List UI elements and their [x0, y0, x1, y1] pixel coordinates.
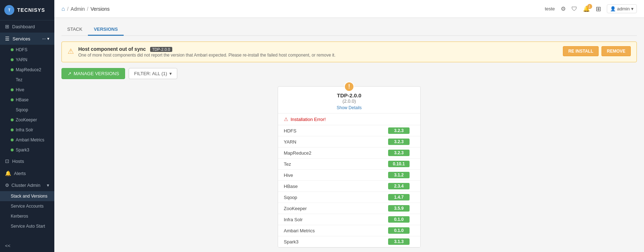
version-badge: 0.1.0: [388, 227, 410, 234]
breadcrumb-admin[interactable]: Admin: [71, 6, 85, 12]
filter-button[interactable]: FILTER: ALL (1) ▾: [129, 68, 177, 79]
component-name: HDFS: [278, 125, 377, 136]
admin-dropdown[interactable]: 👤 admin ▾: [607, 4, 637, 13]
tab-versions[interactable]: VERSIONS: [88, 24, 123, 36]
alert-content: Host component out of sync TDP-2.0.0 One…: [78, 46, 559, 58]
error-icon: ⚠: [284, 116, 288, 122]
dashboard-icon: ⊞: [5, 24, 9, 29]
bell-icon[interactable]: 🔔 1: [583, 5, 590, 12]
status-dot: [11, 88, 14, 91]
component-version: 3.5.9: [377, 203, 420, 214]
manage-versions-button[interactable]: ↗ MANAGE VERSIONS: [61, 68, 125, 79]
component-version: 0.1.0: [377, 225, 420, 236]
table-row: HBase2.3.4: [278, 181, 420, 192]
sidebar-item-ambari-metrics[interactable]: Ambari Metrics: [0, 135, 54, 145]
services-more-icon[interactable]: ···: [42, 36, 46, 41]
component-name: Infra Solr: [278, 214, 377, 225]
component-name: Tez: [278, 159, 377, 170]
version-badge: 3.1.3: [388, 238, 410, 245]
sidebar-item-mapreduce2[interactable]: MapReduce2: [0, 65, 54, 75]
sidebar-item-infra-solr[interactable]: Infra Solr: [0, 125, 54, 135]
tabs: STACK VERSIONS: [61, 18, 637, 36]
table-row: Tez0.10.1: [278, 159, 420, 170]
brand-logo: T: [4, 5, 14, 15]
component-version: 0.10.1: [377, 159, 420, 170]
sidebar-item-kerberos[interactable]: Kerberos: [0, 211, 54, 221]
dashboard-label: Dashboard: [12, 24, 35, 29]
bell-badge: 1: [587, 4, 592, 9]
component-name: Sqoop: [278, 192, 377, 203]
sidebar-collapse-btn[interactable]: <<: [0, 239, 54, 252]
sidebar-item-hbase[interactable]: HBase: [0, 95, 54, 105]
sidebar-item-cluster-admin[interactable]: ⚙ Cluster Admin ▾: [0, 179, 54, 191]
dropdown-arrow: ▾: [631, 6, 634, 11]
sidebar-item-alerts[interactable]: 🔔 Alerts: [0, 167, 54, 179]
status-dot: [11, 58, 14, 61]
alert-actions: RE INSTALL REMOVE: [563, 46, 631, 56]
warning-badge: !: [344, 82, 354, 92]
service-label: HDFS: [16, 47, 28, 52]
status-dot: [11, 98, 14, 101]
services-expand-icon[interactable]: ▾: [47, 36, 49, 41]
sidebar-item-tez[interactable]: Tez: [0, 75, 54, 85]
home-icon[interactable]: ⌂: [61, 6, 65, 12]
table-row: MapReduce23.2.3: [278, 147, 420, 159]
sidebar-item-hosts[interactable]: ⊡ Hosts: [0, 155, 54, 167]
sidebar-item-hdfs[interactable]: HDFS: [0, 45, 54, 55]
grid-icon[interactable]: ⊞: [596, 5, 601, 13]
sidebar-item-stack-versions[interactable]: Stack and Versions: [0, 191, 54, 201]
version-badge: 3.2.3: [388, 150, 410, 156]
reinstall-button[interactable]: RE INSTALL: [563, 46, 599, 56]
sidebar-item-dashboard[interactable]: ⊞ Dashboard: [0, 20, 54, 33]
version-badge: 3.5.9: [388, 205, 410, 212]
warning-icon: !: [348, 83, 350, 90]
sidebar-item-services[interactable]: ☰ Services ··· ▾: [0, 33, 54, 45]
shield-icon[interactable]: 🛡: [571, 6, 577, 12]
manage-label: MANAGE VERSIONS: [74, 71, 119, 76]
sidebar-item-sqoop[interactable]: Sqoop: [0, 105, 54, 115]
component-name: MapReduce2: [278, 147, 377, 159]
component-name: Ambari Metrics: [278, 225, 377, 236]
show-details-link[interactable]: Show Details: [284, 105, 415, 110]
sidebar-item-spark3[interactable]: Spark3: [0, 145, 54, 155]
brand-name: TECNISYS: [17, 7, 45, 13]
alert-tag: TDP-2.0.0: [150, 47, 172, 52]
service-label: YARN: [16, 57, 27, 62]
filter-label: FILTER: ALL (1): [134, 71, 167, 76]
sidebar-item-yarn[interactable]: YARN: [0, 55, 54, 65]
hosts-label: Hosts: [12, 159, 24, 164]
sidebar-item-service-accounts[interactable]: Service Accounts: [0, 201, 54, 211]
tab-stack[interactable]: STACK: [61, 24, 88, 36]
version-badge: 1.4.7: [388, 194, 410, 200]
sidebar-item-service-auto-start[interactable]: Service Auto Start: [0, 221, 54, 231]
breadcrumb-versions: Versions: [90, 6, 110, 12]
version-badge: 3.1.2: [388, 172, 410, 178]
service-list: HDFSYARNMapReduce2TezHiveHBaseSqoopZooKe…: [0, 45, 54, 155]
version-badge: 3.2.3: [388, 139, 410, 145]
status-dot: [11, 129, 14, 131]
services-icon: ☰: [5, 36, 10, 42]
component-table: HDFS3.2.3YARN3.2.3MapReduce23.2.3Tez0.10…: [278, 125, 420, 247]
service-label: Infra Solr: [16, 127, 33, 132]
kerberos-label: Kerberos: [11, 214, 28, 219]
component-version: 3.1.3: [377, 236, 420, 247]
hosts-icon: ⊡: [5, 158, 9, 164]
component-name: HBase: [278, 181, 377, 192]
page-content: STACK VERSIONS ⚠ Host component out of s…: [54, 18, 644, 252]
status-dot: [11, 118, 14, 121]
sidebar-item-hive[interactable]: Hive: [0, 85, 54, 95]
sidebar-item-zookeeper[interactable]: ZooKeeper: [0, 115, 54, 125]
topbar-username: teste: [545, 6, 555, 11]
remove-button[interactable]: REMOVE: [601, 46, 631, 56]
service-accounts-label: Service Accounts: [11, 204, 44, 209]
component-version: 3.2.3: [377, 136, 420, 147]
status-dot: [11, 48, 14, 51]
version-badge: 0.10.1: [388, 161, 410, 167]
stack-versions-label: Stack and Versions: [11, 194, 48, 199]
settings-icon[interactable]: ⚙: [561, 5, 566, 12]
table-row: HDFS3.2.3: [278, 125, 420, 136]
table-row: YARN3.2.3: [278, 136, 420, 147]
install-error: ⚠ Installation Error!: [278, 113, 420, 125]
alert-banner: ⚠ Host component out of sync TDP-2.0.0 O…: [61, 42, 637, 62]
alert-subtitle: One of more host components did not repo…: [78, 53, 559, 58]
